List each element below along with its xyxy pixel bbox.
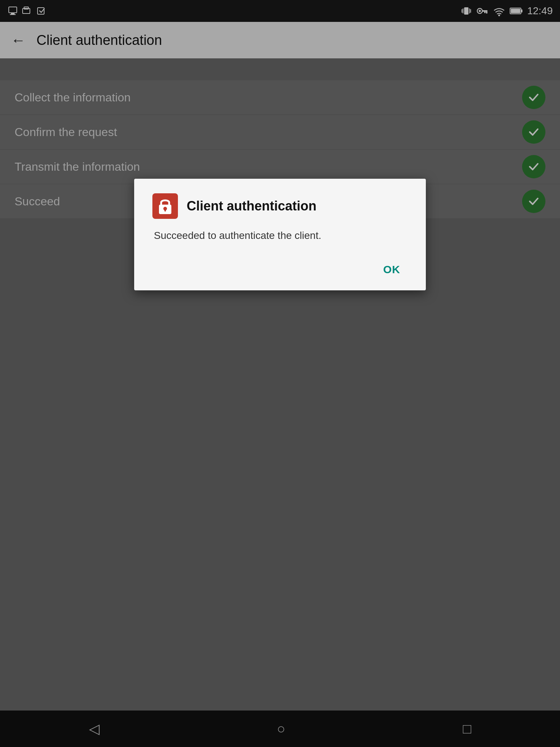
svg-rect-23 — [164, 209, 166, 212]
dialog: Client authentication Succeeded to authe… — [134, 179, 426, 290]
dialog-header: Client authentication — [152, 193, 408, 219]
dialog-lock-icon — [152, 193, 178, 219]
dialog-message: Succeeded to authenticate the client. — [154, 230, 408, 241]
dialog-overlay: Client authentication Succeeded to authe… — [0, 0, 560, 747]
ok-button[interactable]: OK — [376, 260, 408, 279]
dialog-actions: OK — [152, 260, 408, 279]
dialog-title: Client authentication — [187, 198, 316, 214]
